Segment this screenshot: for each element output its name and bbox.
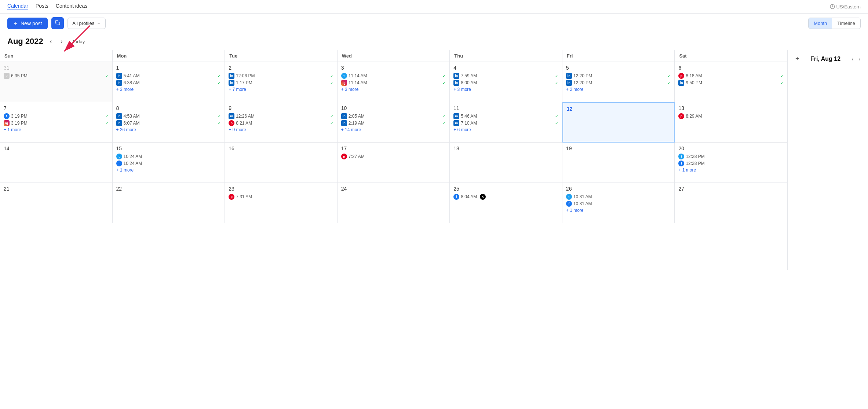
more-link[interactable]: + 1 more: [4, 127, 109, 132]
day-9[interactable]: 9 in 12:26 AM ✓ p 8:21 AM ✓ + 9 more: [225, 102, 338, 143]
next-month-button[interactable]: ›: [58, 37, 65, 45]
timeline-view-button[interactable]: Timeline: [832, 18, 860, 29]
header-tue: Tue: [225, 50, 338, 62]
day-14[interactable]: 14: [0, 143, 113, 183]
post-entry: in 2:19 AM ✓: [341, 120, 446, 126]
nav-calendar[interactable]: Calendar: [7, 3, 28, 10]
header-wed: Wed: [338, 50, 450, 62]
nav-links: Calendar Posts Content ideas: [7, 3, 87, 10]
day-22[interactable]: 22: [113, 183, 225, 223]
more-link[interactable]: + 9 more: [229, 127, 333, 132]
day-2[interactable]: 2 in 12:06 PM ✓ in 1:17 PM ✓ + 7 more: [225, 62, 338, 102]
linkedin-icon: in: [341, 120, 347, 126]
add-event-button[interactable]: +: [794, 54, 801, 63]
header-fri: Fri: [562, 50, 675, 62]
header-mon: Mon: [113, 50, 225, 62]
check-icon: ✓: [330, 74, 333, 78]
prev-month-button[interactable]: ‹: [48, 37, 54, 45]
day-18[interactable]: 18: [450, 143, 562, 183]
more-link[interactable]: + 7 more: [229, 87, 333, 92]
ghost-icon: ?: [4, 73, 10, 79]
linkedin-icon: in: [566, 80, 572, 86]
check-icon: ✓: [218, 81, 221, 85]
more-link[interactable]: + 3 more: [453, 87, 558, 92]
linkedin-icon: in: [116, 80, 122, 86]
toolbar-left: New post All profiles: [7, 17, 106, 29]
day-7[interactable]: 7 f 3:19 PM ✓ ig 3:19 PM ✓ + 1 more: [0, 102, 113, 143]
twitter-icon: t: [341, 73, 347, 79]
day-5[interactable]: 5 in 12:20 PM ✓ in 12:20 PM ✓ + 2 more: [562, 62, 675, 102]
day-num-3: 3: [341, 65, 446, 71]
nav-content-ideas[interactable]: Content ideas: [56, 3, 87, 10]
more-link[interactable]: + 2 more: [566, 87, 671, 92]
right-sidebar: + Fri, Aug 12 ‹ ›: [787, 50, 868, 270]
day-8[interactable]: 8 in 4:53 AM ✓ in 6:07 AM ✓ + 26 more: [113, 102, 225, 143]
day-num-5: 5: [566, 65, 671, 71]
post-entry: in 7:59 AM ✓: [453, 73, 558, 79]
profiles-dropdown[interactable]: All profiles: [68, 18, 106, 29]
month-title: Aug 2022: [7, 37, 43, 46]
day-19[interactable]: 19: [562, 143, 675, 183]
day-3[interactable]: 3 t 11:14 AM ✓ ig 11:14 AM ✓ + 3 more: [338, 62, 450, 102]
more-link[interactable]: + 26 more: [116, 127, 221, 132]
more-link[interactable]: + 3 more: [116, 87, 221, 92]
day-11[interactable]: 11 in 5:46 AM ✓ in 7:10 AM ✓ + 6 more: [450, 102, 562, 143]
more-link[interactable]: + 1 more: [566, 208, 671, 213]
month-view-button[interactable]: Month: [809, 18, 832, 29]
day-num-25: 25: [453, 186, 558, 192]
day-num-13: 13: [678, 105, 784, 111]
top-nav: Calendar Posts Content ideas US/Eastern: [0, 0, 868, 14]
more-link[interactable]: + 1 more: [678, 167, 784, 173]
day-26[interactable]: 26 t 10:31 AM f 10:31 AM + 1 more: [562, 183, 675, 223]
day-13[interactable]: 13 p 8:29 AM: [675, 102, 787, 143]
header-sun: Sun: [0, 50, 113, 62]
day-num-22: 22: [116, 186, 221, 192]
more-link[interactable]: + 3 more: [341, 87, 446, 92]
week-1: 31 ? 6:35 PM ✓ 1 in 5:41 AM ✓: [0, 62, 787, 102]
day-25[interactable]: 25 f 8:04 AM ✕: [450, 183, 562, 223]
copy-button[interactable]: [51, 17, 64, 29]
today-button[interactable]: Today: [69, 37, 88, 46]
day-17[interactable]: 17 p 7:27 AM: [338, 143, 450, 183]
day-10[interactable]: 10 in 2:05 AM ✓ in 2:19 AM ✓ + 14 more: [338, 102, 450, 143]
more-link[interactable]: + 14 more: [341, 127, 446, 132]
sidebar-prev-button[interactable]: ‹: [850, 55, 856, 63]
day-27[interactable]: 27: [675, 183, 787, 223]
post-entry: in 2:05 AM ✓: [341, 113, 446, 119]
check-icon: ✓: [555, 121, 558, 126]
day-num-8: 8: [116, 105, 221, 111]
check-icon: ✓: [555, 74, 558, 78]
day-num-20: 20: [678, 145, 784, 151]
check-icon: ✓: [105, 121, 109, 126]
new-post-button[interactable]: New post: [7, 18, 48, 29]
nav-posts[interactable]: Posts: [36, 3, 48, 10]
day-21[interactable]: 21: [0, 183, 113, 223]
day-num-26: 26: [566, 186, 671, 192]
day-31[interactable]: 31 ? 6:35 PM ✓: [0, 62, 113, 102]
instagram-icon: ig: [4, 120, 10, 126]
day-16[interactable]: 16: [225, 143, 338, 183]
post-entry: ? 6:35 PM ✓: [4, 73, 109, 79]
day-1[interactable]: 1 in 5:41 AM ✓ in 6:38 AM ✓ + 3 more: [113, 62, 225, 102]
post-entry: in 7:10 AM ✓: [453, 120, 558, 126]
day-6[interactable]: 6 p 8:18 AM ✓ in 9:50 PM ✓: [675, 62, 787, 102]
more-link[interactable]: + 6 more: [453, 127, 558, 132]
check-icon: ✓: [218, 74, 221, 78]
twitter-icon: t: [566, 194, 572, 200]
day-20[interactable]: 20 t 12:28 PM f 12:28 PM + 1 more: [675, 143, 787, 183]
post-entry: in 12:20 PM ✓: [566, 73, 671, 79]
post-entry: p 7:27 AM: [341, 154, 446, 159]
day-24[interactable]: 24: [338, 183, 450, 223]
post-entry: p 7:31 AM: [229, 194, 333, 200]
day-4[interactable]: 4 in 7:59 AM ✓ in 8:00 AM ✓ + 3 more: [450, 62, 562, 102]
post-entry: p 8:18 AM ✓: [678, 73, 784, 79]
sidebar-date-header: + Fri, Aug 12 ‹ ›: [794, 54, 862, 63]
linkedin-icon: in: [116, 73, 122, 79]
more-link[interactable]: + 1 more: [116, 167, 221, 173]
sidebar-next-button[interactable]: ›: [857, 55, 862, 63]
day-23[interactable]: 23 p 7:31 AM: [225, 183, 338, 223]
day-15[interactable]: 15 t 10:24 AM f 10:24 AM + 1 more: [113, 143, 225, 183]
post-entry: t 10:24 AM: [116, 154, 221, 159]
day-num-18: 18: [453, 145, 558, 151]
day-12-today[interactable]: 12: [562, 102, 675, 143]
